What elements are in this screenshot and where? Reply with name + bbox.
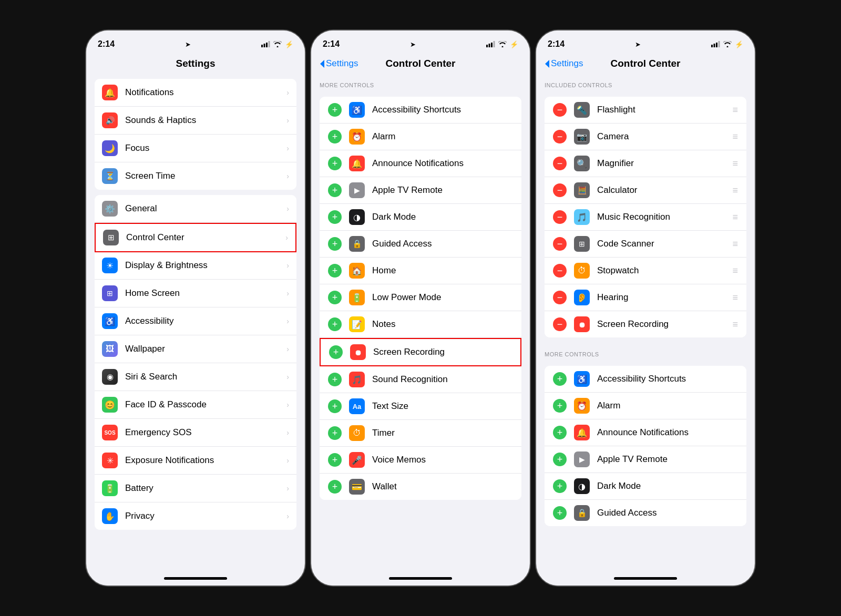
add-alarm-btn-r[interactable]: + bbox=[553, 399, 567, 413]
settings-item-screentime[interactable]: ⏳ Screen Time › bbox=[95, 162, 296, 190]
cc-inc-code-scanner[interactable]: − ⊞ Code Scanner ≡ bbox=[545, 231, 746, 258]
remove-screen-recording-btn[interactable]: − bbox=[553, 317, 567, 331]
cc-more-section-right: + ♿ Accessibility Shortcuts + ⏰ Alarm + … bbox=[545, 366, 746, 526]
home-indicator-3 bbox=[536, 571, 755, 586]
calculator-drag-handle[interactable]: ≡ bbox=[732, 185, 738, 196]
add-guided-access-btn-r[interactable]: + bbox=[553, 506, 567, 520]
general-chevron: › bbox=[286, 204, 289, 213]
settings-item-sounds[interactable]: 🔊 Sounds & Haptics › bbox=[95, 107, 296, 135]
cc-item-voicememos[interactable]: + 🎤 Voice Memos bbox=[320, 447, 521, 474]
remove-calculator-btn[interactable]: − bbox=[553, 183, 567, 197]
screen-recording-inc-icon: ⏺ bbox=[574, 316, 590, 332]
add-accessibility-shortcuts-btn-r[interactable]: + bbox=[553, 372, 567, 386]
music-recognition-drag-handle[interactable]: ≡ bbox=[732, 212, 738, 223]
settings-item-wallpaper[interactable]: 🖼 Wallpaper › bbox=[95, 335, 296, 363]
svg-rect-5 bbox=[489, 44, 490, 47]
remove-music-recognition-btn[interactable]: − bbox=[553, 210, 567, 224]
settings-item-accessibility[interactable]: ♿ Accessibility › bbox=[95, 307, 296, 335]
remove-stopwatch-btn[interactable]: − bbox=[553, 264, 567, 278]
add-lowpower-btn[interactable]: + bbox=[328, 291, 342, 304]
cc-more-appletv[interactable]: + ▶ Apple TV Remote bbox=[545, 446, 746, 473]
cc-inc-calculator[interactable]: − 🧮 Calculator ≡ bbox=[545, 177, 746, 204]
settings-item-sos[interactable]: SOS Emergency SOS › bbox=[95, 419, 296, 447]
cc-more-label-accessibility-shortcuts: Accessibility Shortcuts bbox=[597, 374, 738, 384]
cc-more-alarm[interactable]: + ⏰ Alarm bbox=[545, 393, 746, 419]
add-textsize-btn[interactable]: + bbox=[328, 399, 342, 413]
cc-item-textsize[interactable]: + Aa Text Size bbox=[320, 393, 521, 420]
cc-inc-camera[interactable]: − 📷 Camera ≡ bbox=[545, 124, 746, 150]
remove-hearing-btn[interactable]: − bbox=[553, 291, 567, 304]
cc-item-guided-access[interactable]: + 🔒 Guided Access bbox=[320, 231, 521, 258]
cc-item-home[interactable]: + 🏠 Home bbox=[320, 258, 521, 284]
settings-item-focus[interactable]: 🌙 Focus › bbox=[95, 135, 296, 162]
remove-flashlight-btn[interactable]: − bbox=[553, 103, 567, 117]
cc-inc-stopwatch[interactable]: − ⏱ Stopwatch ≡ bbox=[545, 258, 746, 284]
cc-item-darkmode[interactable]: + ◑ Dark Mode bbox=[320, 204, 521, 231]
add-wallet-btn[interactable]: + bbox=[328, 480, 342, 494]
add-timer-btn[interactable]: + bbox=[328, 426, 342, 440]
cc-item-screenrecording[interactable]: + ⏺ Screen Recording bbox=[320, 338, 521, 366]
cc-item-alarm[interactable]: + ⏰ Alarm bbox=[320, 124, 521, 150]
add-soundrec-btn[interactable]: + bbox=[328, 373, 342, 386]
cc-label-lowpower: Low Power Mode bbox=[372, 292, 513, 303]
cc-more-guided-access[interactable]: + 🔒 Guided Access bbox=[545, 500, 746, 526]
settings-item-homescreen[interactable]: ⊞ Home Screen › bbox=[95, 280, 296, 307]
add-darkmode-btn[interactable]: + bbox=[328, 210, 342, 224]
settings-item-exposure[interactable]: ✳ Exposure Notifications › bbox=[95, 447, 296, 475]
remove-code-scanner-btn[interactable]: − bbox=[553, 237, 567, 251]
flashlight-drag-handle[interactable]: ≡ bbox=[732, 105, 738, 116]
settings-item-faceid[interactable]: 😊 Face ID & Passcode › bbox=[95, 391, 296, 419]
cc-inc-magnifier[interactable]: − 🔍 Magnifier ≡ bbox=[545, 150, 746, 177]
add-voicememos-btn[interactable]: + bbox=[328, 453, 342, 467]
settings-item-siri[interactable]: ◉ Siri & Search › bbox=[95, 363, 296, 391]
add-notes-btn[interactable]: + bbox=[328, 317, 342, 331]
hearing-drag-handle[interactable]: ≡ bbox=[732, 292, 738, 303]
cc-item-announce[interactable]: + 🔔 Announce Notifications bbox=[320, 150, 521, 177]
add-appletv-btn[interactable]: + bbox=[328, 183, 342, 197]
code-scanner-drag-handle[interactable]: ≡ bbox=[732, 239, 738, 250]
camera-drag-handle[interactable]: ≡ bbox=[732, 131, 738, 142]
screen-recording-drag-handle[interactable]: ≡ bbox=[732, 319, 738, 330]
add-home-btn[interactable]: + bbox=[328, 264, 342, 278]
add-guided-access-btn[interactable]: + bbox=[328, 237, 342, 251]
settings-item-display[interactable]: ☀ Display & Brightness › bbox=[95, 252, 296, 280]
cc-item-timer[interactable]: + ⏱ Timer bbox=[320, 420, 521, 447]
alarm-icon-r: ⏰ bbox=[574, 398, 590, 414]
back-button-3[interactable]: Settings bbox=[545, 58, 583, 69]
settings-item-privacy[interactable]: ✋ Privacy › bbox=[95, 502, 296, 530]
settings-item-notifications[interactable]: 🔔 Notifications › bbox=[95, 79, 296, 107]
add-alarm-btn[interactable]: + bbox=[328, 130, 342, 143]
settings-item-general[interactable]: ⚙️ General › bbox=[95, 195, 296, 223]
settings-item-battery[interactable]: 🔋 Battery › bbox=[95, 475, 296, 502]
cc-inc-flashlight[interactable]: − 🔦 Flashlight ≡ bbox=[545, 97, 746, 124]
magnifier-drag-handle[interactable]: ≡ bbox=[732, 158, 738, 169]
remove-camera-btn[interactable]: − bbox=[553, 130, 567, 143]
add-screenrecording-btn[interactable]: + bbox=[329, 345, 343, 359]
cc-more-label-alarm: Alarm bbox=[597, 401, 738, 411]
add-darkmode-btn-r[interactable]: + bbox=[553, 479, 567, 493]
wallpaper-label: Wallpaper bbox=[125, 344, 286, 354]
remove-magnifier-btn[interactable]: − bbox=[553, 157, 567, 170]
cc-item-notes[interactable]: + 📝 Notes bbox=[320, 311, 521, 338]
cc-more-darkmode[interactable]: + ◑ Dark Mode bbox=[545, 473, 746, 500]
add-appletv-btn-r[interactable]: + bbox=[553, 453, 567, 466]
cc-item-soundrec[interactable]: + 🎵 Sound Recognition bbox=[320, 366, 521, 393]
cc-more-accessibility-shortcuts[interactable]: + ♿ Accessibility Shortcuts bbox=[545, 366, 746, 393]
settings-item-controlcenter[interactable]: ⊞ Control Center › bbox=[95, 223, 296, 252]
back-button-2[interactable]: Settings bbox=[320, 58, 358, 69]
cc-more-announce[interactable]: + 🔔 Announce Notifications bbox=[545, 419, 746, 446]
stopwatch-drag-handle[interactable]: ≡ bbox=[732, 265, 738, 276]
cc-inc-label-hearing: Hearing bbox=[597, 292, 732, 303]
add-accessibility-shortcuts-btn[interactable]: + bbox=[328, 103, 342, 117]
cc-item-wallet[interactable]: + 💳 Wallet bbox=[320, 474, 521, 500]
add-announce-btn-r[interactable]: + bbox=[553, 426, 567, 439]
cc-inc-music-recognition[interactable]: − 🎵 Music Recognition ≡ bbox=[545, 204, 746, 231]
cc-inc-hearing[interactable]: − 👂 Hearing ≡ bbox=[545, 284, 746, 311]
add-announce-btn[interactable]: + bbox=[328, 157, 342, 170]
cc-inc-screen-recording[interactable]: − ⏺ Screen Recording ≡ bbox=[545, 311, 746, 337]
nav-title-2: Control Center bbox=[386, 58, 456, 69]
accessibility-label: Accessibility bbox=[125, 316, 286, 326]
cc-item-lowpower[interactable]: + 🔋 Low Power Mode bbox=[320, 284, 521, 311]
cc-item-appletv[interactable]: + ▶ Apple TV Remote bbox=[320, 177, 521, 204]
cc-item-accessibility-shortcuts[interactable]: + ♿ Accessibility Shortcuts bbox=[320, 97, 521, 124]
